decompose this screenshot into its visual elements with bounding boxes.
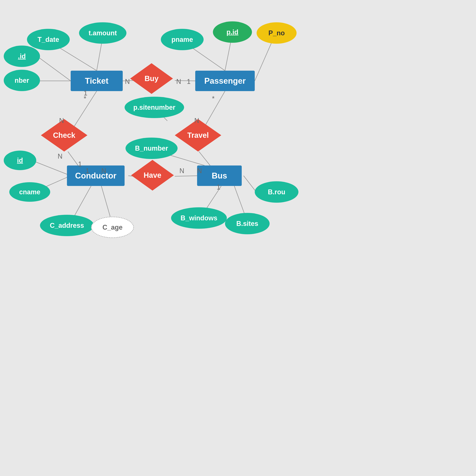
cardinality-buy-passenger-1: 1 <box>187 78 191 85</box>
svg-line-12 <box>199 152 210 166</box>
attribute-c-id: id <box>4 151 36 170</box>
cardinality-buy-passenger-n: N <box>176 78 181 85</box>
entity-ticket: Ticket <box>71 71 123 91</box>
cardinality-passenger-travel-star: * <box>212 95 215 103</box>
attribute-t-date: T_date <box>27 29 70 50</box>
cardinality-bus-travel-n: N <box>197 167 202 175</box>
attribute-c-age: C_age <box>91 217 134 238</box>
attribute-p-sitenumber: p.sitenumber <box>125 97 184 118</box>
relationship-buy: Buy <box>130 63 173 94</box>
entity-bus: Bus <box>197 166 242 186</box>
cardinality-check-conductor-n: N <box>58 153 63 160</box>
relationship-have: Have <box>131 160 174 191</box>
attribute-b-sites: B.sites <box>225 213 270 234</box>
cardinality-conductor-have-1b: 1 <box>85 167 89 175</box>
svg-line-15 <box>35 162 71 176</box>
cardinality-travel-n: N <box>194 117 199 125</box>
attribute-p-no: P_no <box>256 22 297 44</box>
cardinality-ticket-check-1: 1 <box>84 89 87 97</box>
svg-line-10 <box>68 152 78 166</box>
svg-line-14 <box>175 176 199 176</box>
entity-conductor: Conductor <box>67 166 125 186</box>
attribute-b-number: B_number <box>125 137 178 159</box>
er-diagram: Ticket Passenger Conductor Bus Buy Check… <box>0 0 476 476</box>
relationship-check: Check <box>41 119 87 152</box>
attribute-b-windows: B_windows <box>171 207 227 229</box>
attribute-b-route: B.rou <box>255 181 298 203</box>
svg-line-22 <box>244 176 256 192</box>
attribute-ticket-id: .id <box>4 46 40 67</box>
cardinality-check-n: N <box>59 117 64 125</box>
attribute-p-id: p.id <box>213 21 252 43</box>
cardinality-have-bus-n: N <box>179 167 184 175</box>
attribute-pname: pname <box>161 29 204 50</box>
cardinality-conductor-have-1a: 1 <box>78 160 82 168</box>
svg-line-2 <box>39 58 71 81</box>
attribute-t-number: nber <box>4 70 40 91</box>
attribute-cname: cname <box>9 182 50 202</box>
attribute-t-amount: t.amount <box>79 22 126 44</box>
entity-passenger: Passenger <box>195 71 255 91</box>
cardinality-have-conductor-n: N <box>101 167 106 175</box>
attribute-c-address: C_address <box>40 215 94 236</box>
cardinality-ticket-buy: N <box>125 78 130 85</box>
cardinality-bus-travel-1: 1 <box>217 183 220 191</box>
